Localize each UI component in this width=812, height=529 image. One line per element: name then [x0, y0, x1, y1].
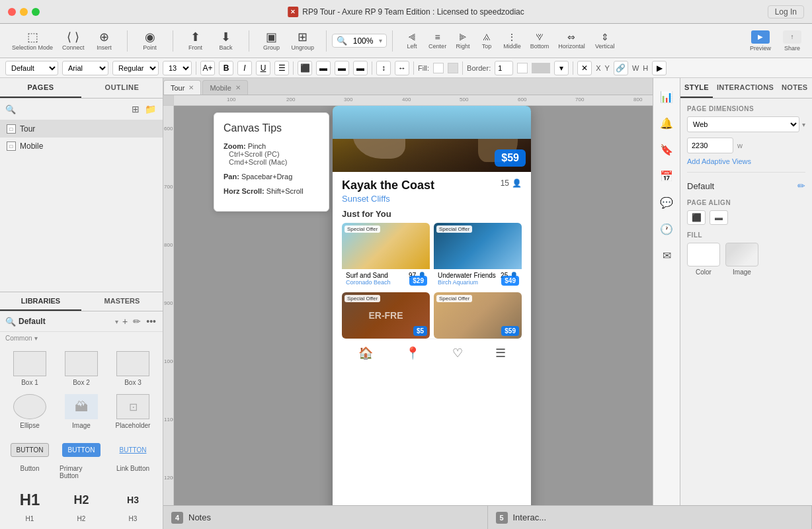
- fill-image-option[interactable]: Image: [725, 243, 758, 276]
- page-align-center-button[interactable]: ▬: [710, 210, 728, 225]
- widget-link-button[interactable]: BUTTON Link Button: [108, 434, 157, 482]
- phone-card-2[interactable]: Special Offer $49 Underwater Friends 25 …: [434, 223, 522, 288]
- align-vertical-button[interactable]: ⇕ Vertical: [590, 30, 620, 52]
- italic-button[interactable]: I: [237, 61, 252, 75]
- border-value-input[interactable]: [495, 61, 513, 75]
- widget-placeholder[interactable]: ⊡ Placeholder: [108, 391, 157, 432]
- widget-button[interactable]: BUTTON Button: [5, 434, 54, 482]
- align-text-center-button[interactable]: ▬: [316, 61, 331, 75]
- zoom-input[interactable]: [350, 36, 376, 46]
- phone-card-4[interactable]: Special Offer $59: [434, 292, 522, 339]
- nav-location-icon[interactable]: 📍: [405, 346, 420, 360]
- tab-masters[interactable]: MASTERS: [81, 292, 163, 311]
- page-align-left-button[interactable]: ⬛: [687, 210, 706, 225]
- align-middle-button[interactable]: ⋮ Middle: [499, 30, 525, 52]
- increase-font-button[interactable]: A+: [200, 61, 215, 75]
- back-button[interactable]: ⬇ Back: [212, 28, 241, 54]
- group-button[interactable]: ▣ Group: [257, 28, 286, 54]
- bold-button[interactable]: B: [219, 61, 233, 75]
- canvas-tab-tour[interactable]: Tour ✕: [163, 80, 201, 95]
- bottom-notes-section[interactable]: 4 Notes: [163, 506, 488, 529]
- bottom-interactions-section[interactable]: 5 Interac...: [488, 506, 813, 529]
- align-bottom-button[interactable]: ⩔ Bottom: [526, 30, 553, 52]
- minimize-button[interactable]: [20, 8, 28, 16]
- canvas-tab-mobile-close[interactable]: ✕: [235, 84, 241, 91]
- mail-icon-button[interactable]: ✉: [655, 243, 678, 267]
- bell-icon-button[interactable]: 🔔: [655, 111, 678, 135]
- char-spacing-button[interactable]: ↔: [395, 61, 409, 75]
- canvas-tab-mobile[interactable]: Mobile ✕: [202, 80, 247, 95]
- link-dimensions-button[interactable]: 🔗: [614, 61, 628, 75]
- close-button[interactable]: [8, 8, 16, 16]
- tab-libraries[interactable]: LIBRARIES: [0, 292, 81, 311]
- widget-h2[interactable]: H2 H2: [57, 485, 106, 525]
- border-settings-button[interactable]: ▾: [554, 61, 569, 75]
- align-right-button[interactable]: ⫸ Right: [452, 30, 474, 52]
- widget-h3[interactable]: H3 H3: [108, 485, 157, 525]
- edit-library-button[interactable]: ✏: [132, 315, 142, 328]
- folder-button[interactable]: 📁: [143, 102, 157, 116]
- align-top-button[interactable]: ⩓ Top: [475, 30, 498, 52]
- bookmark-icon-button[interactable]: 🔖: [655, 138, 678, 161]
- add-library-button[interactable]: +: [121, 315, 129, 328]
- underline-button[interactable]: U: [256, 61, 270, 75]
- preview-button[interactable]: ▶ Preview: [746, 28, 775, 54]
- selection-mode-button[interactable]: ⬚ Selection Mode: [8, 28, 57, 54]
- point-button[interactable]: ◉ Point: [136, 28, 165, 54]
- fill-color-option[interactable]: Color: [687, 243, 720, 276]
- more-library-button[interactable]: •••: [145, 315, 157, 328]
- ungroup-button[interactable]: ⊞ Ungroup: [288, 28, 319, 54]
- nav-menu-icon[interactable]: ☰: [495, 346, 506, 360]
- log-in-button[interactable]: Log In: [768, 5, 804, 19]
- more-options-button[interactable]: ▶: [652, 61, 667, 75]
- widget-primary-button[interactable]: BUTTON Primary Button: [57, 434, 106, 482]
- add-page-button[interactable]: ⊞: [130, 102, 141, 116]
- nav-home-icon[interactable]: 🏠: [358, 346, 373, 360]
- page-dim-select[interactable]: Web: [687, 116, 799, 132]
- insert-button[interactable]: ⊕ Insert: [90, 28, 119, 54]
- align-center-button[interactable]: ≡ Center: [425, 30, 450, 52]
- tab-notes[interactable]: NOTES: [778, 78, 811, 98]
- connect-button[interactable]: ⟨ ⟩ Connect: [58, 28, 89, 54]
- phone-card-3[interactable]: ER-FRE Special Offer $5: [342, 292, 430, 339]
- align-horizontal-button[interactable]: ⇔ Horizontal: [554, 30, 589, 52]
- list-button[interactable]: ☰: [274, 61, 289, 75]
- tab-style[interactable]: STYLE: [680, 78, 713, 98]
- fill-color-box-2[interactable]: [448, 63, 458, 73]
- page-item-mobile[interactable]: □ Mobile: [0, 138, 163, 155]
- widget-box-3[interactable]: Box 3: [108, 348, 157, 389]
- widget-h1[interactable]: H1 H1: [5, 485, 54, 525]
- page-dim-value-input[interactable]: [687, 138, 733, 153]
- weight-select[interactable]: Regular: [112, 61, 159, 75]
- canvas-bg[interactable]: Canvas Tips Zoom: Pinch Ctrl+Scroll (PC)…: [174, 106, 653, 529]
- edit-icon-button[interactable]: ✏: [797, 181, 805, 191]
- phone-card-1[interactable]: Special Offer $29 Surf and Sand 97 👤 Cor…: [342, 223, 430, 288]
- clock-icon-button[interactable]: 🕐: [655, 217, 678, 241]
- fill-color-box[interactable]: [433, 63, 444, 73]
- style-select[interactable]: Default: [5, 61, 58, 75]
- tab-outline[interactable]: OUTLINE: [81, 78, 163, 98]
- add-adaptive-views-link[interactable]: Add Adaptive Views: [687, 157, 805, 165]
- align-left-button[interactable]: ⫷ Left: [401, 30, 423, 52]
- border-color-box[interactable]: [517, 63, 528, 73]
- close-format-button[interactable]: ✕: [577, 61, 592, 75]
- page-item-tour[interactable]: □ Tour: [0, 120, 163, 138]
- front-button[interactable]: ⬆ Front: [181, 28, 210, 54]
- align-text-justify-button[interactable]: ▬: [353, 61, 368, 75]
- font-select[interactable]: Arial: [62, 61, 108, 75]
- tab-pages[interactable]: PAGES: [0, 78, 81, 98]
- calendar-icon-button[interactable]: 📅: [655, 164, 678, 188]
- size-select[interactable]: 13: [163, 61, 192, 75]
- widget-ellipse[interactable]: Ellipse: [5, 391, 54, 432]
- widget-box-2[interactable]: Box 2: [57, 348, 106, 389]
- align-text-right-button[interactable]: ▬: [335, 61, 349, 75]
- chart-icon-button[interactable]: 📊: [655, 85, 678, 108]
- tab-interactions[interactable]: INTERACTIONS: [713, 78, 778, 98]
- maximize-button[interactable]: [32, 8, 40, 16]
- comment-icon-button[interactable]: 💬: [655, 190, 678, 214]
- widget-image[interactable]: 🏔 Image: [57, 391, 106, 432]
- border-style-box[interactable]: [532, 63, 550, 73]
- share-button[interactable]: ↑ Share: [778, 28, 807, 54]
- nav-heart-icon[interactable]: ♡: [452, 346, 463, 360]
- widget-box-1[interactable]: Box 1: [5, 348, 54, 389]
